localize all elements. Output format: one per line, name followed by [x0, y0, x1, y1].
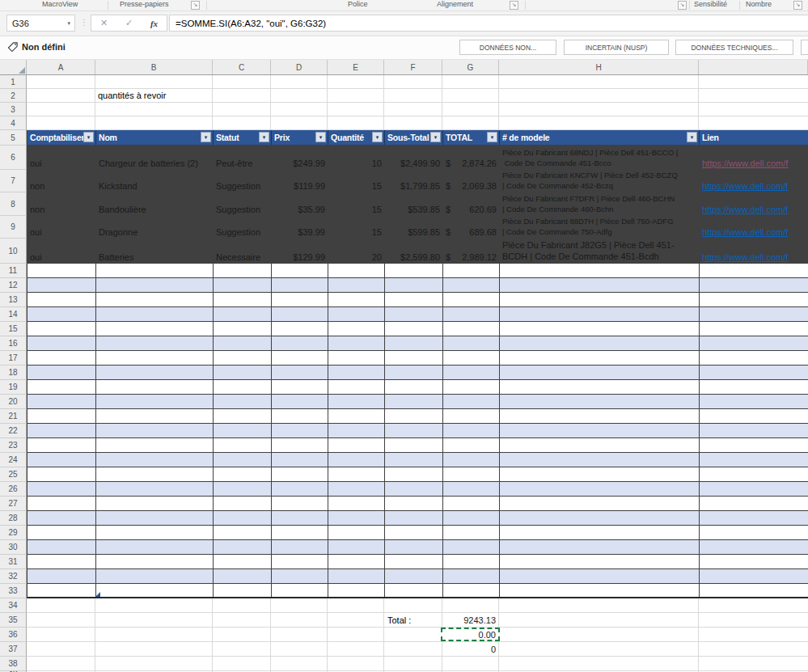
cell-sous-total[interactable]: $2,499.90 [385, 146, 443, 169]
sheet-row[interactable]: 29 [0, 526, 808, 540]
header-total[interactable]: TOTAL▾ [443, 130, 500, 145]
row-header[interactable]: 23 [0, 438, 27, 453]
row-header[interactable]: 12 [0, 278, 27, 293]
row-header[interactable]: 19 [0, 380, 27, 395]
filter-icon[interactable]: ▾ [315, 132, 326, 142]
sheet-row[interactable]: 22 [0, 424, 808, 438]
total-row[interactable]: 35 Total : 9243.13 [0, 613, 808, 628]
cell-comptabiliser[interactable]: oui [27, 146, 96, 169]
cell-sous-total[interactable]: $539.85 [385, 192, 443, 215]
insert-function-icon[interactable]: fx [150, 19, 158, 28]
sheet-row[interactable]: 18 [0, 366, 808, 380]
sheet-row[interactable]: 2quantités à revoir [0, 89, 808, 103]
cell-statut[interactable]: Suggestion [214, 216, 272, 238]
sheet-row[interactable]: 24 [0, 453, 808, 467]
row-header[interactable]: 30 [0, 540, 27, 555]
cell-modele[interactable]: Pièce Du Fabricant 88D7H | Pièce Dell 75… [500, 216, 700, 238]
row-header[interactable]: 21 [0, 409, 27, 424]
formula-input[interactable]: =SOMME.SI(A6:A32, "oui", G6:G32) [169, 15, 808, 32]
cell-lien[interactable]: https://www.dell.com/f [700, 239, 808, 263]
cell-nom[interactable]: Dragonne [96, 216, 214, 238]
sheet-row[interactable]: 11 [0, 264, 808, 278]
cell-quantite[interactable]: 10 [328, 146, 385, 169]
cell-prix[interactable]: $119.99 [272, 170, 328, 192]
column-header-c[interactable]: C [213, 60, 271, 74]
sensitivity-button-partial[interactable] [801, 40, 808, 55]
cell-nom[interactable]: Kickstand [96, 170, 214, 192]
cell-prix[interactable]: $39.99 [272, 216, 328, 238]
column-header-i[interactable] [699, 60, 808, 74]
sheet-row[interactable]: 27 [0, 497, 808, 511]
enter-icon[interactable]: ✓ [125, 18, 133, 28]
cell-g37-value[interactable]: 0 [442, 645, 499, 654]
row-header[interactable]: 7 [0, 170, 27, 192]
cell-total[interactable]: $620.69 [443, 192, 500, 215]
dialog-launcher-icon[interactable]: ↘ [191, 1, 200, 10]
header-quantite[interactable]: Quantité▾ [328, 130, 385, 145]
cell-statut[interactable]: Peut-être [214, 146, 272, 169]
row-header[interactable]: 34 [0, 598, 27, 613]
row-header[interactable]: 8 [0, 192, 27, 216]
sheet-row[interactable]: 13 [0, 293, 808, 307]
cell-quantite[interactable]: 15 [328, 216, 385, 238]
sheet-row[interactable]: 3 [0, 103, 808, 116]
cell-statut[interactable]: Suggestion [214, 192, 272, 215]
cell-total[interactable]: $2,069.38 [443, 170, 500, 192]
row-header[interactable]: 25 [0, 467, 27, 482]
row-header[interactable]: 29 [0, 526, 27, 540]
filter-icon[interactable]: ▾ [372, 132, 383, 142]
row-header[interactable]: 17 [0, 351, 27, 366]
row-header[interactable]: 38 [0, 657, 27, 671]
sheet-row[interactable]: 12 [0, 278, 808, 293]
cell-modele[interactable]: Pièce Du Fabricant KNCFW | Pièce Dell 45… [500, 170, 700, 192]
column-header-a[interactable]: A [27, 60, 95, 74]
name-box-dropdown-icon[interactable]: ▾ [67, 20, 70, 27]
hyperlink[interactable]: https://www.dell.com/f [702, 252, 788, 262]
cell-lien[interactable]: https://www.dell.com/f [700, 170, 808, 192]
cell-sous-total[interactable]: $1,799.85 [385, 170, 443, 192]
row-header[interactable]: 20 [0, 395, 27, 409]
filter-icon[interactable]: ▾ [687, 132, 697, 142]
filter-icon[interactable]: ▾ [201, 132, 211, 142]
sheet-row[interactable]: 15 [0, 322, 808, 336]
sheet-row[interactable]: 19 [0, 380, 808, 395]
row-header[interactable]: 1 [0, 75, 27, 89]
sheet-row[interactable]: 31 [0, 555, 808, 569]
sheet-row[interactable]: 26 [0, 482, 808, 497]
sheet-row[interactable]: 28 [0, 511, 808, 526]
cell-comptabiliser[interactable]: oui [27, 216, 96, 238]
row-header[interactable]: 14 [0, 307, 27, 322]
cell-quantite[interactable]: 15 [328, 170, 385, 192]
cell-prix[interactable]: $129.99 [272, 239, 328, 263]
cell-quantite[interactable]: 15 [328, 192, 385, 215]
cell-comptabiliser[interactable]: oui [27, 239, 96, 263]
sensitivity-button-donnees-non[interactable]: DONNÉES NON... [459, 40, 556, 55]
column-header-h[interactable]: H [499, 60, 699, 74]
row-header[interactable]: 28 [0, 511, 27, 526]
column-header-f[interactable]: F [384, 60, 442, 74]
cell-lien[interactable]: https://www.dell.com/f [700, 192, 808, 215]
active-cell-row[interactable]: 36 0.00 [0, 628, 808, 642]
header-lien[interactable]: Lien [700, 130, 808, 145]
cell-modele[interactable]: Pièce Du Fabricant J82G5 | Pièce Dell 45… [500, 239, 700, 263]
sensitivity-button-incertain[interactable]: INCERTAIN (NUSP) [564, 40, 669, 55]
row-header[interactable]: 16 [0, 336, 27, 351]
table-resize-handle-icon[interactable] [95, 592, 100, 597]
dialog-launcher-icon[interactable]: ↘ [678, 1, 687, 10]
row-header[interactable]: 9 [0, 216, 27, 239]
filter-icon[interactable]: ▾ [259, 132, 269, 142]
cell-lien[interactable]: https://www.dell.com/f [700, 216, 808, 238]
column-header-d[interactable]: D [271, 60, 328, 74]
cell-nom[interactable]: Batteries [96, 239, 214, 263]
cell-total[interactable]: $2,989.12 [443, 239, 500, 263]
row-header[interactable]: 26 [0, 482, 27, 497]
cell-modele[interactable]: Pièce Du Fabricant F7DFR | Pièce Dell 46… [500, 192, 700, 215]
header-modele[interactable]: # de modele▾ [500, 130, 700, 145]
cell-nom[interactable]: Chargeur de batteries (2) [96, 146, 214, 169]
hyperlink[interactable]: https://www.dell.com/f [702, 227, 788, 237]
row-header[interactable]: 2 [0, 89, 27, 103]
cell-modele[interactable]: Pièce Du Fabricant 68NDJ | Pièce Dell 45… [500, 146, 700, 169]
cell-statut[interactable]: Suggestion [214, 170, 272, 192]
sheet-row[interactable]: 23 [0, 438, 808, 453]
row-header[interactable]: 35 [0, 613, 27, 628]
